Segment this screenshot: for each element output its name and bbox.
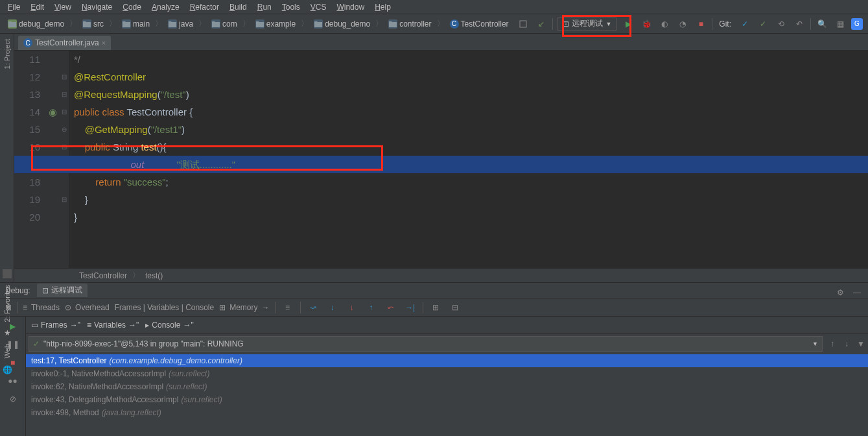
menu-vcs[interactable]: VCS: [305, 1, 332, 13]
step-over-icon[interactable]: ⤻: [306, 300, 320, 315]
left-tool-strip-lower: 2: Favorites ★ Web 🌐: [0, 282, 14, 374]
step-out-icon[interactable]: ↑: [364, 300, 379, 315]
menu-help[interactable]: Help: [369, 1, 396, 13]
menu-file[interactable]: File: [3, 1, 25, 13]
code-line-20[interactable]: }: [69, 208, 868, 226]
next-frame-icon[interactable]: ↓: [839, 337, 854, 351]
google-icon[interactable]: G: [851, 18, 863, 30]
evaluate-icon[interactable]: ⊞: [428, 300, 443, 315]
remote-debug-icon: ⊡: [563, 19, 569, 29]
run-config-label: 远程调试: [572, 18, 603, 29]
debug-toolbar: ⊞ ≡ Threads ⊙ Overhead Frames | Variable…: [0, 298, 868, 317]
overhead-toggle[interactable]: ⊙ Overhead: [65, 303, 110, 312]
breadcrumb-src[interactable]: src: [80, 19, 106, 29]
memory-toggle[interactable]: ⊞ Memory →: [219, 303, 269, 312]
prev-frame-icon[interactable]: ↑: [825, 337, 839, 351]
stack-frame[interactable]: test:17, TestController(com.example.debu…: [26, 354, 868, 367]
editor-tab-bar: C TestController.java ×: [14, 34, 868, 51]
run-config-selector[interactable]: ⊡ 远程调试 ▼: [557, 17, 617, 31]
close-tab-icon[interactable]: ×: [102, 39, 106, 47]
profile-button[interactable]: ◔: [675, 17, 690, 31]
folder-icon: [8, 19, 17, 29]
breadcrumb-example[interactable]: example: [253, 19, 298, 29]
breadcrumb-main[interactable]: main: [119, 19, 152, 29]
threads-toggle[interactable]: ≡ Threads: [23, 303, 60, 312]
code-line-13[interactable]: @RequestMapping("/test"): [69, 86, 868, 103]
breadcrumb-debug_demo[interactable]: debug_demo: [311, 19, 373, 29]
class-icon: C: [450, 19, 459, 29]
dropdown-icon: ▼: [812, 341, 818, 347]
view-breakpoints-icon[interactable]: ●●: [6, 374, 20, 388]
menu-analyze[interactable]: Analyze: [147, 1, 185, 13]
structure-icon[interactable]: [3, 269, 12, 278]
code-line-19[interactable]: }: [69, 191, 868, 208]
crumb-class[interactable]: TestController: [79, 271, 127, 280]
hide-icon[interactable]: —: [850, 285, 864, 300]
stack-frame[interactable]: invoke:498, Method(java.lang.reflect): [26, 406, 868, 419]
git-revert-icon[interactable]: ↶: [792, 17, 806, 31]
code-line-15[interactable]: @GetMapping("/test1"): [69, 121, 868, 138]
menu-edit[interactable]: Edit: [25, 1, 49, 13]
breadcrumb-com[interactable]: com: [209, 19, 240, 29]
code-line-14[interactable]: public class TestController {: [69, 103, 868, 121]
trace-icon[interactable]: ⊟: [448, 300, 462, 315]
frames-list[interactable]: test:17, TestController(com.example.debu…: [26, 354, 868, 436]
breadcrumb-debug_demo[interactable]: debug_demo: [5, 19, 67, 29]
coverage-button[interactable]: ◐: [657, 17, 672, 31]
menu-navigate[interactable]: Navigate: [76, 1, 117, 13]
stack-frame[interactable]: invoke0:-1, NativeMethodAccessorImpl(sun…: [26, 367, 868, 380]
git-update-icon[interactable]: ✓: [738, 17, 752, 31]
breadcrumb-java[interactable]: java: [165, 19, 196, 29]
run-button[interactable]: ▶: [621, 17, 635, 31]
variables-tab[interactable]: ≡ Variables →": [87, 321, 139, 330]
sync-icon[interactable]: ↙: [534, 17, 548, 31]
menu-view[interactable]: View: [49, 1, 76, 13]
git-history-icon[interactable]: ⟲: [774, 17, 788, 31]
project-structure-icon[interactable]: ▦: [833, 17, 847, 31]
stack-frame[interactable]: invoke:62, NativeMethodAccessorImpl(sun.…: [26, 380, 868, 393]
code-line-12[interactable]: @RestController: [69, 68, 868, 86]
menu-build[interactable]: Build: [224, 1, 252, 13]
favorites-tab[interactable]: 2: Favorites: [2, 282, 12, 324]
git-commit-icon[interactable]: ✓: [756, 17, 770, 31]
thread-selector[interactable]: ✓ "http-nio-8099-exec-1"@5,143 in group …: [29, 336, 823, 352]
step-into-icon[interactable]: ↓: [325, 300, 340, 315]
stop-button[interactable]: ■: [694, 17, 708, 31]
folder-icon: [82, 19, 91, 29]
code-line-11[interactable]: */: [69, 51, 868, 68]
menu-refactor[interactable]: Refactor: [185, 1, 224, 13]
code-line-16[interactable]: public String test(){: [69, 138, 868, 156]
breadcrumb[interactable]: debug_demo〉src〉main〉java〉com〉example〉deb…: [5, 18, 516, 29]
search-icon[interactable]: 🔍: [815, 17, 829, 31]
fvc-label: Frames | Variables | Console: [115, 303, 214, 312]
menu-tools[interactable]: Tools: [277, 1, 305, 13]
debug-session-tab[interactable]: ⊡ 远程调试: [37, 284, 88, 297]
show-exec-point-icon[interactable]: ≡: [281, 300, 295, 315]
check-icon: ✓: [33, 339, 40, 348]
breadcrumb-testcontroller[interactable]: CTestController: [447, 19, 511, 29]
code-editor[interactable]: 11121314151617181920 ◉ ⊟⊟⊟⊖⊟⊟ */@RestCon…: [14, 51, 868, 268]
code-line-18[interactable]: return "success";: [69, 173, 868, 191]
debug-button[interactable]: 🐞: [639, 17, 653, 31]
force-step-into-icon[interactable]: ↓: [345, 300, 359, 315]
folder-icon: [255, 19, 264, 29]
editor-tab[interactable]: C TestController.java ×: [18, 36, 111, 50]
console-tab[interactable]: ▸ Console →": [145, 321, 193, 330]
stack-frame[interactable]: invoke:43, DelegatingMethodAccessorImpl(…: [26, 393, 868, 406]
class-icon: C: [23, 38, 32, 47]
web-tab[interactable]: Web: [2, 341, 12, 361]
left-tool-strip: 1: Project: [0, 34, 14, 282]
drop-frame-icon[interactable]: ⤺: [384, 300, 398, 315]
breadcrumb-controller[interactable]: controller: [386, 19, 434, 29]
run-to-cursor-icon[interactable]: →|: [403, 300, 417, 315]
menu-window[interactable]: Window: [331, 1, 369, 13]
crumb-method[interactable]: test(): [145, 271, 163, 280]
settings-icon[interactable]: ⚙: [833, 285, 847, 300]
filter-frames-icon[interactable]: ▼: [854, 337, 868, 351]
menu-code[interactable]: Code: [117, 1, 147, 13]
build-icon[interactable]: [516, 17, 530, 31]
project-tool-tab[interactable]: 1: Project: [2, 36, 12, 71]
mute-breakpoints-icon[interactable]: ⊘: [6, 392, 20, 406]
menu-run[interactable]: Run: [252, 1, 277, 13]
frames-tab[interactable]: ▭ Frames →": [31, 321, 80, 330]
